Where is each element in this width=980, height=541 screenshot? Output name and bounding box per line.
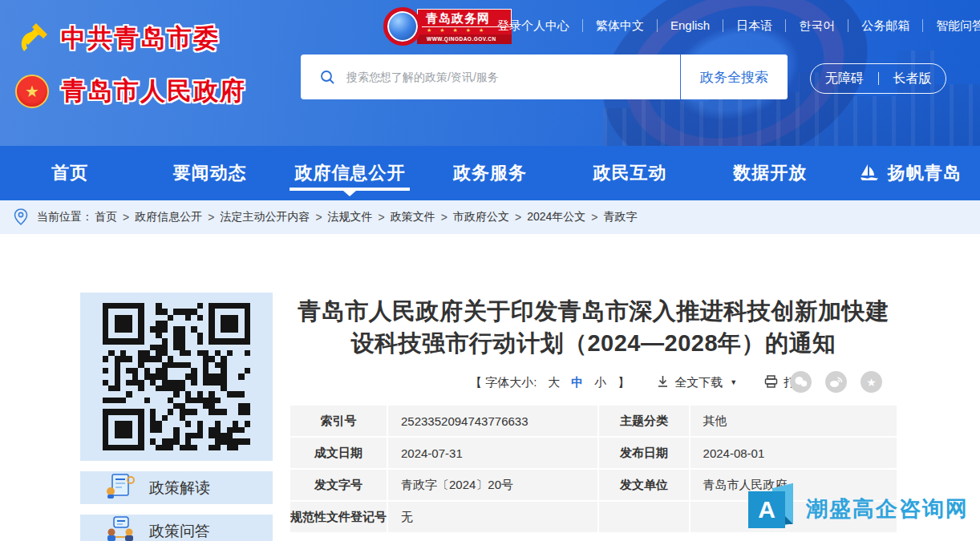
site-header: 中共青岛市委 ★ 青岛市人民政府 青岛政务网 ★ ★ ★ ★ ★ WWW.QIN… [0,0,980,146]
font-size-close: 】 [618,375,630,390]
crumb-statutory-disclosure[interactable]: 法定主动公开内容 [220,210,310,224]
meta-value: 2523352094743776633 [388,406,597,436]
search-input[interactable] [346,55,680,99]
crumb-city-gov-documents[interactable]: 市政府公文 [453,210,509,224]
search-bar: 政务全搜索 [301,55,788,99]
policy-qa-button[interactable]: 政策问答 [80,515,273,541]
party-committee-row: 中共青岛市委 [14,18,246,59]
crumb-2024-documents[interactable]: 2024年公文 [527,210,585,224]
font-size-small-button[interactable]: 小 [594,375,606,390]
share-weibo-icon[interactable] [825,371,847,393]
nav-item-gov-info-disclosure[interactable]: 政府信息公开 [280,146,420,200]
watermark-text: 潮盛高企咨询网 [806,495,969,523]
nav-item-news[interactable]: 要闻动态 [140,146,281,200]
link-traditional-chinese[interactable]: 繁体中文 [582,19,657,32]
meta-value: 2024-08-01 [690,438,897,468]
policy-qa-icon [104,515,136,541]
link-english[interactable]: English [657,19,723,32]
logo-url: WWW.QINGDAO.GOV.CN [417,34,512,44]
crumb-qingzhengzi[interactable]: 青政字 [603,210,637,224]
download-button[interactable]: 全文下载 ▼ [657,375,737,390]
link-official-mail[interactable]: 公务邮箱 [848,19,922,32]
favorite-star-icon[interactable]: ★ [861,371,882,393]
meta-label: 索引号 [290,406,387,436]
watermark: A 潮盛高企咨询网 [748,486,969,532]
meta-value: 青政字〔2024〕20号 [388,470,597,500]
link-smart-qa[interactable]: 智能问答 [922,19,980,32]
link-login-center[interactable]: 登录个人中心 [484,19,582,32]
crumb-regulations[interactable]: 法规文件 [328,210,373,224]
meta-value: 无 [388,502,597,532]
policy-interpretation-label: 政策解读 [149,478,210,499]
government-title: 青岛市人民政府 [61,75,246,108]
link-japanese[interactable]: 日本语 [723,19,785,32]
print-icon [764,375,778,390]
breadcrumb-separator: > [123,211,129,224]
sailboat-icon [859,163,880,184]
main-nav: 首页 要闻动态 政府信息公开 政务服务 政民互动 数据开放 扬帆青岛 [0,146,980,200]
watermark-logo-icon: A [748,486,795,532]
national-emblem-icon: ★ [14,74,50,109]
meta-label: 发文单位 [599,470,688,500]
breadcrumb-separator: > [441,211,447,224]
org-titles: 中共青岛市委 ★ 青岛市人民政府 [14,18,246,112]
location-pin-icon [13,208,29,227]
search-submit-button[interactable]: 政务全搜索 [680,55,788,99]
crumb-gov-info[interactable]: 政府信息公开 [135,210,202,224]
nav-item-public-interaction[interactable]: 政民互动 [560,146,700,200]
elder-version-button[interactable]: 长者版 [879,71,946,87]
font-size-control: 【 字体大小: 大 中 小 】 [470,375,630,390]
qr-code [80,293,273,461]
link-korean[interactable]: 한국어 [785,19,848,32]
accessibility-button[interactable]: 无障碍 [811,71,878,87]
crumb-home[interactable]: 首页 [95,210,117,224]
share-wechat-icon[interactable] [790,371,812,393]
breadcrumb-separator: > [379,211,385,224]
policy-interpretation-icon [104,472,136,503]
party-emblem-icon [14,21,50,56]
nav-item-sailing-qingdao[interactable]: 扬帆青岛 [840,146,980,200]
meta-value: 其他 [690,406,897,436]
download-icon [657,375,669,390]
policy-interpretation-button[interactable]: 政策解读 [80,471,273,504]
crumb-policy-documents[interactable]: 政策文件 [391,210,435,224]
party-committee-title: 中共青岛市委 [61,22,220,55]
document-title: 青岛市人民政府关于印发青岛市深入推进科技创新加快建设科技强市行动计划（2024—… [289,295,898,359]
breadcrumb-prefix: 当前位置： [37,210,93,224]
nav-item-home[interactable]: 首页 [0,146,140,200]
breadcrumb-separator: > [515,211,521,224]
font-size-large-button[interactable]: 大 [548,375,560,390]
accessibility-pill: 无障碍 长者版 [810,63,946,94]
font-size-open: 【 字体大小: [470,375,537,390]
breadcrumb-separator: > [591,211,597,224]
meta-label: 主题分类 [599,406,688,436]
active-nav-underline [290,188,410,191]
table-row: 成文日期 2024-07-31 发布日期 2024-08-01 [290,438,897,468]
breadcrumb-separator: > [208,211,214,224]
nav-item-gov-services[interactable]: 政务服务 [420,146,561,200]
breadcrumb-separator: > [315,211,322,224]
meta-label: 成文日期 [290,438,387,468]
font-size-medium-button[interactable]: 中 [571,375,583,390]
meta-label [599,502,688,532]
caret-down-icon: ▼ [730,378,737,386]
meta-label: 发布日期 [599,438,688,468]
nav-item-open-data[interactable]: 数据开放 [700,146,840,200]
meta-label: 发文字号 [290,470,387,500]
table-row: 索引号 2523352094743776633 主题分类 其他 [290,406,897,436]
meta-value: 2024-07-31 [388,438,597,468]
government-row: ★ 青岛市人民政府 [14,71,246,112]
breadcrumb: 当前位置： 首页 > 政府信息公开 > 法定主动公开内容 > 法规文件 > 政策… [0,200,980,234]
article-toolbar: 【 字体大小: 大 中 小 】 全文下载 ▼ [289,370,898,394]
meta-label: 规范性文件登记号 [290,502,387,532]
search-icon [320,70,335,85]
globe-icon [383,7,422,46]
left-sidebar: 政策解读 政策问答 [80,293,273,541]
page: 中共青岛市委 ★ 青岛市人民政府 青岛政务网 ★ ★ ★ ★ ★ WWW.QIN… [0,0,980,541]
policy-qa-label: 政策问答 [149,521,210,541]
header-utility-links: 登录个人中心 繁体中文 English 日本语 한국어 公务邮箱 智能问答 [484,19,980,32]
share-buttons: ★ [790,371,882,393]
